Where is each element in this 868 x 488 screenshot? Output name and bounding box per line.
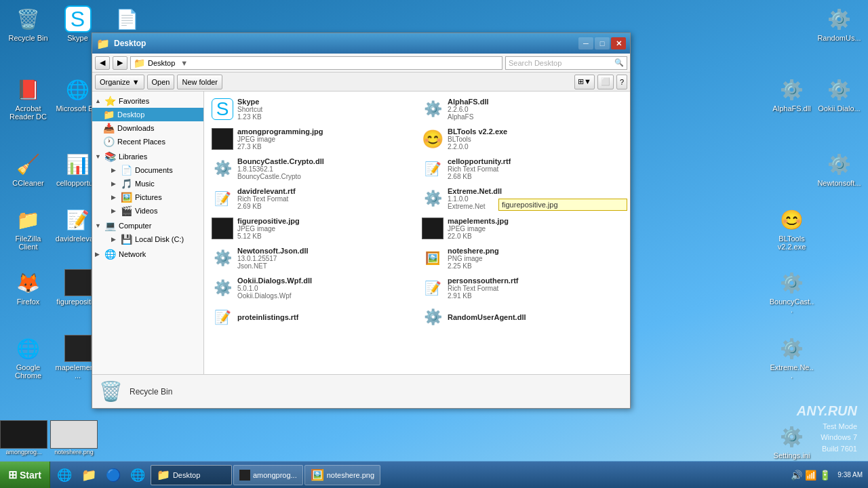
file-item-noteshere[interactable]: 🖼️ noteshere.png PNG image 2.25 KB — [417, 243, 627, 273]
acrobat-icon: 📕 — [15, 76, 42, 103]
search-input[interactable]: Search Desktop 🔍 — [505, 56, 627, 70]
ie-quicklaunch2[interactable]: 🔵 — [102, 468, 125, 483]
randomuseragent-file-info: RandomUserAgent.dll — [448, 313, 526, 321]
file-item-personssouthern[interactable]: 📝 personssouthern.rtf Rich Text Format 2… — [417, 273, 627, 303]
among-taskbar-preview: amongprog... noteshere.png — [0, 420, 98, 455]
taskbar-noteshere-label: noteshere.png — [327, 471, 374, 479]
start-button[interactable]: ⊞ Start — [0, 462, 50, 488]
ccleaner-desktop-icon[interactable]: 🧹 CCleaner — [3, 148, 54, 190]
network-item[interactable]: ▶ 🌐 Network — [92, 247, 203, 261]
videos-tree-item[interactable]: ▶ 🎬 Videos — [92, 204, 203, 218]
documents-tree-item[interactable]: ▶ 📄 Documents — [92, 163, 203, 177]
preview-pane-button[interactable]: ⬜ — [597, 75, 614, 89]
window-title: Desktop — [114, 39, 146, 48]
random-us-desktop-icon[interactable]: ⚙️ RandomUs... — [814, 3, 865, 45]
new-folder-button[interactable]: New folder — [177, 75, 222, 89]
address-input[interactable]: 📁 Desktop ▼ — [130, 56, 502, 70]
chrome-desktop-icon[interactable]: 🌐 Google Chrome — [3, 332, 54, 382]
firefox-label: Firefox — [17, 298, 40, 306]
taskbar-among-label: amongprog... — [253, 471, 297, 479]
ie-quicklaunch3[interactable]: 🌐 — [126, 468, 149, 483]
address-dropdown-icon[interactable]: ▼ — [180, 59, 188, 67]
music-expand-icon: ▶ — [111, 180, 118, 187]
bouncycastle-icon: ⚙️ — [778, 269, 806, 296]
file-item-bltools[interactable]: 😊 BLTools v2.2.exe BLTools 2.2.0.0 — [417, 124, 627, 154]
maximize-button[interactable]: □ — [595, 37, 610, 49]
music-tree-item[interactable]: ▶ 🎵 Music — [92, 177, 203, 190]
search-icon[interactable]: 🔍 — [614, 58, 624, 67]
favorites-item[interactable]: ▲ ⭐ Favorites — [92, 94, 203, 108]
alphafs-icon: ⚙️ — [778, 76, 806, 103]
newtonsoft-icon: ⚙️ — [826, 150, 853, 178]
organize-button[interactable]: Organize ▼ — [95, 75, 144, 89]
computer-item[interactable]: ▼ 💻 Computer — [92, 219, 203, 232]
among-preview-label: amongprog... — [5, 449, 41, 455]
clock-time: 9:38 AM — [837, 470, 863, 479]
filezilla-desktop-icon[interactable]: 📁 FileZilla Client — [3, 203, 54, 253]
extremenet-desktop-icon[interactable]: ⚙️ Extreme.Ne... — [766, 332, 817, 382]
file-item-newtonsoft[interactable]: ⚙️ Newtonsoft.Json.dll 13.0.1.25517 Json… — [207, 243, 417, 273]
back-button[interactable]: ◀ — [95, 56, 110, 70]
file-list: figurepositive.jpg S Skype Shortcut 1.23… — [204, 92, 630, 374]
chrome-label: Google Chrome — [5, 363, 51, 380]
pictures-tree-item[interactable]: ▶ 🖼️ Pictures — [92, 190, 203, 204]
minimize-button[interactable]: ─ — [578, 37, 593, 49]
file-item-proteinlistings[interactable]: 📝 proteinlistings.rtf — [207, 303, 417, 331]
file-item-cellopportunity[interactable]: 📝 cellopportunity.rtf Rich Text Format 2… — [417, 154, 627, 184]
file-item-among[interactable]: amongprogramming.jpg JPEG image 27.3 KB — [207, 124, 417, 154]
filezilla-label: FileZilla Client — [5, 235, 51, 251]
bouncycastle-desktop-icon[interactable]: ⚙️ BouncyCast... — [766, 266, 817, 317]
bltools-desktop-icon[interactable]: 😊 BLTools v2.2.exe — [766, 203, 817, 253]
music-label: Music — [135, 180, 155, 188]
clock[interactable]: 9:38 AM — [837, 470, 863, 479]
explorer-body: ▲ ⭐ Favorites 📁 Desktop 📥 Downloads 🕐 Re… — [92, 92, 630, 374]
desktop-tree-label: Desktop — [117, 110, 144, 119]
downloads-tree-item[interactable]: 📥 Downloads — [92, 121, 203, 135]
help-button[interactable]: ? — [616, 75, 627, 89]
documents-label: Documents — [135, 166, 173, 174]
speaker-icon[interactable]: 🔊 — [791, 470, 802, 481]
file-item-bouncycastle[interactable]: ⚙️ BouncyCastle.Crypto.dll 1.8.15362.1 B… — [207, 154, 417, 184]
alphafs-file-info: AlphaFS.dll 2.2.6.0 AlphaFS — [448, 98, 489, 121]
forward-button[interactable]: ▶ — [113, 56, 127, 70]
newtonsoft-desktop-icon[interactable]: ⚙️ Newtonsoft... — [814, 148, 865, 190]
file-item-figurepositive[interactable]: figurepositive.jpg JPEG image 5.12 KB — [207, 214, 417, 243]
firefox-desktop-icon[interactable]: 🦊 Firefox — [3, 266, 54, 308]
close-button[interactable]: ✕ — [611, 37, 626, 49]
taskbar-item-among[interactable]: amongprog... — [233, 465, 303, 485]
file-item-mapelements[interactable]: mapelements.jpg JPEG image 22.0 KB — [417, 214, 627, 243]
recycle-bin-bottom-icon: 🗑️ — [99, 380, 123, 403]
ookii-desktop-icon[interactable]: ⚙️ Ookii.Dialo... — [814, 73, 865, 115]
file-item-alphafs[interactable]: ⚙️ AlphaFS.dll 2.2.6.0 AlphaFS — [417, 94, 627, 124]
acrobat-desktop-icon[interactable]: 📕 Acrobat Reader DC — [3, 73, 54, 123]
recycle-bin-icon: 🗑️ — [15, 5, 42, 33]
taskbar-item-explorer[interactable]: 📁 Desktop — [151, 465, 232, 485]
recycle-bin-desktop-icon[interactable]: 🗑️ Recycle Bin — [3, 3, 54, 45]
view-options-button[interactable]: ⊞▼ — [574, 75, 595, 89]
ie-quicklaunch[interactable]: 🌐 — [53, 468, 76, 483]
noteshere-preview-label: noteshere.png — [54, 449, 94, 455]
mapelements-icon — [64, 335, 92, 362]
file-item-davidrelevant[interactable]: 📝 davidrelevant.rtf Rich Text Format 2.6… — [207, 184, 417, 214]
rename-input[interactable]: figurepositive.jpg — [498, 199, 627, 211]
battery-icon[interactable]: 🔋 — [819, 470, 831, 481]
taskbar-item-noteshere[interactable]: 🖼️ noteshere.png — [304, 465, 380, 485]
open-button[interactable]: Open — [147, 75, 175, 89]
local-disk-item[interactable]: ▶ 💾 Local Disk (C:) — [92, 232, 203, 246]
libraries-item[interactable]: ▼ 📚 Libraries — [92, 150, 203, 163]
cellopportunity-icon: 📊 — [64, 150, 92, 178]
word-doc-desktop-icon[interactable]: 📄 — [102, 3, 153, 37]
file-item-randomuseragent[interactable]: ⚙️ RandomUserAgent.dll — [417, 303, 627, 331]
file-item-skype[interactable]: S Skype Shortcut 1.23 KB — [207, 94, 417, 124]
file-item-ookii[interactable]: ⚙️ Ookii.Dialogs.Wpf.dll 5.0.1.0 Ookii.D… — [207, 273, 417, 303]
network-tray-icon[interactable]: 📶 — [805, 470, 816, 481]
network-label: Network — [119, 250, 146, 258]
alphafs-desktop-icon[interactable]: ⚙️ AlphaFS.dll — [766, 73, 817, 115]
desktop-tree-item[interactable]: 📁 Desktop — [92, 108, 203, 121]
davidrelevant-file-info: davidrelevant.rtf Rich Text Format 2.69 … — [237, 187, 296, 210]
recent-places-item[interactable]: 🕐 Recent Places — [92, 135, 203, 148]
nav-tree: ▲ ⭐ Favorites 📁 Desktop 📥 Downloads 🕐 Re… — [92, 92, 204, 374]
files-quicklaunch[interactable]: 📁 — [77, 468, 100, 483]
chrome-icon: 🌐 — [15, 335, 42, 362]
alphafs-file-icon: ⚙️ — [422, 98, 443, 120]
